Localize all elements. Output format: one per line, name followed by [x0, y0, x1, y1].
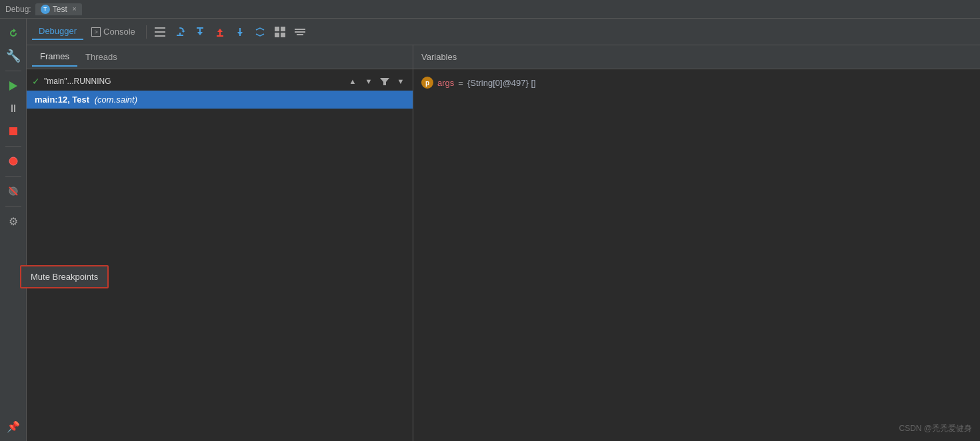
tab-icon: T [41, 5, 50, 14]
step-out-button[interactable] [211, 23, 229, 41]
svg-rect-6 [155, 31, 165, 33]
svg-marker-0 [9, 81, 17, 91]
content-area: Debugger > Console [27, 19, 980, 441]
sidebar-divider-1 [5, 71, 21, 71]
title-bar-text: Debug: T Test × [5, 3, 82, 15]
sidebar-divider-3 [5, 176, 21, 177]
console-tab[interactable]: > Console [85, 24, 142, 39]
main-layout: 🔧 ⏸ ⚙ 📌 Debugger > Cons [0, 19, 980, 441]
settings-button[interactable]: ⚙ [3, 211, 24, 232]
thread-check-icon: ✓ [32, 76, 40, 87]
right-panel: Variables p args = {String[0]@497} [] [413, 45, 980, 441]
subtab-bar: Frames Threads [27, 45, 413, 69]
svg-marker-12 [197, 32, 203, 35]
tab-title: Test [53, 5, 67, 14]
wrench-button[interactable]: 🔧 [3, 45, 24, 67]
svg-marker-26 [380, 78, 389, 85]
thread-up-button[interactable]: ▲ [346, 75, 359, 88]
toolbar-sep-1 [146, 25, 147, 39]
frame-package: (com.saint) [95, 95, 137, 105]
variables-content: p args = {String[0]@497} [] [413, 69, 980, 441]
thread-down-button[interactable]: ▼ [362, 75, 375, 88]
svg-rect-24 [295, 31, 305, 33]
step-into-button[interactable] [191, 23, 209, 41]
frames-panel: ✓ "main"...RUNNING ▲ ▼ ▼ [27, 69, 413, 441]
evaluate-button[interactable] [251, 23, 269, 41]
svg-marker-15 [217, 29, 223, 32]
svg-marker-8 [181, 31, 185, 33]
close-tab-button[interactable]: × [73, 5, 77, 13]
threads-tab[interactable]: Threads [77, 48, 125, 66]
frame-row-0[interactable]: main:12, Test (com.saint) [27, 91, 413, 109]
frame-location: main:12, Test [35, 95, 89, 105]
tooltip-text: Mute Breakpoints [31, 272, 98, 282]
variables-label: Variables [421, 52, 457, 62]
console-label: Console [103, 27, 135, 37]
mute-breakpoints-tooltip: Mute Breakpoints [20, 265, 109, 288]
var-equals: = [458, 78, 463, 88]
left-panel: Frames Threads ✓ "main"...RUNNING ▲ ▼ [27, 45, 413, 441]
sidebar-divider-4 [5, 206, 21, 207]
console-icon: > [91, 27, 101, 37]
title-bar: Debug: T Test × [0, 0, 980, 19]
thread-controls: ▲ ▼ ▼ [346, 75, 407, 88]
svg-rect-5 [155, 27, 165, 29]
svg-rect-22 [281, 33, 285, 37]
step-over-button[interactable] [171, 23, 189, 41]
breakpoints-button[interactable] [3, 151, 24, 172]
var-value-args: {String[0]@497} [] [467, 78, 536, 88]
resume-button[interactable] [3, 75, 24, 97]
thread-header: ✓ "main"...RUNNING ▲ ▼ ▼ [27, 72, 413, 91]
svg-rect-19 [275, 27, 279, 31]
var-name-args: args [437, 78, 454, 88]
sidebar: 🔧 ⏸ ⚙ 📌 [0, 19, 27, 441]
thread-filter-button[interactable] [378, 75, 391, 88]
debug-panels: Frames Threads ✓ "main"...RUNNING ▲ ▼ [27, 45, 980, 441]
var-badge-p: p [421, 77, 433, 89]
frames-tab[interactable]: Frames [32, 47, 77, 67]
thread-name: "main"...RUNNING [44, 77, 111, 86]
pause-button[interactable]: ⏸ [3, 98, 24, 119]
run-to-cursor-button[interactable] [231, 23, 249, 41]
thread-dropdown-button[interactable]: ▼ [394, 75, 407, 88]
svg-rect-23 [295, 29, 305, 30]
debug-tab[interactable]: T Test × [35, 3, 82, 15]
stop-button[interactable] [3, 121, 24, 142]
mute-breakpoints-button[interactable] [3, 181, 24, 202]
variable-row-0: p args = {String[0]@497} [] [421, 75, 972, 91]
toolbar: Debugger > Console [27, 19, 980, 45]
svg-rect-20 [281, 27, 285, 31]
layout-button[interactable] [151, 23, 169, 41]
svg-point-2 [9, 157, 17, 165]
grid-view-button[interactable] [271, 23, 289, 41]
svg-rect-1 [9, 127, 17, 135]
svg-rect-21 [275, 33, 279, 37]
svg-marker-18 [237, 32, 243, 35]
debug-label: Debug: [5, 5, 31, 14]
svg-rect-25 [297, 34, 303, 35]
pin-button[interactable]: 📌 [3, 416, 24, 437]
svg-rect-7 [155, 35, 165, 37]
debugger-tab[interactable]: Debugger [32, 23, 83, 40]
rerun-button[interactable] [3, 23, 24, 44]
sidebar-divider-2 [5, 146, 21, 147]
watermark: CSDN @禿禿爱健身 [899, 423, 972, 434]
more-options-button[interactable] [291, 23, 309, 41]
variables-header: Variables [413, 45, 980, 69]
